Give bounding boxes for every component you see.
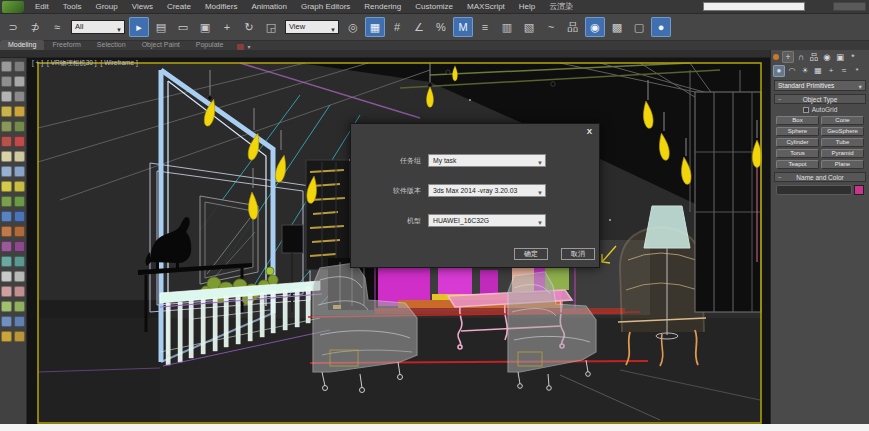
left-tool-icon-17[interactable] (14, 181, 25, 192)
select-by-name-icon[interactable]: ▤ (151, 17, 171, 37)
ok-button[interactable]: 确定 (514, 248, 548, 260)
mirror-icon[interactable]: M (453, 17, 473, 37)
left-tool-icon-20[interactable] (1, 211, 12, 222)
unlink-selection-icon[interactable]: ⊅ (25, 17, 45, 37)
ribbon-tab-object-paint[interactable]: Object Paint (134, 40, 188, 50)
modify-tab[interactable]: ∩ (795, 51, 807, 63)
systems-category-icon[interactable]: * (851, 65, 863, 77)
menu-item-create[interactable]: Create (160, 0, 198, 14)
primitives-dropdown[interactable]: Standard Primitives ▼ (774, 80, 866, 91)
left-tool-icon-4[interactable] (1, 91, 12, 102)
cone-button[interactable]: Cone (821, 116, 864, 125)
select-object-icon[interactable]: ▸ (129, 17, 149, 37)
menu-item-help[interactable]: Help (512, 0, 542, 14)
autogrid-checkbox[interactable] (803, 107, 809, 113)
left-tool-icon-37[interactable] (14, 331, 25, 342)
cancel-button[interactable]: 取消 (561, 248, 595, 260)
left-tool-icon-28[interactable] (1, 271, 12, 282)
ribbon-tab-selection[interactable]: Selection (89, 40, 134, 50)
torus-button[interactable]: Torus (776, 149, 819, 158)
left-tool-icon-22[interactable] (1, 226, 12, 237)
ribbon-config-icon[interactable] (237, 44, 244, 50)
left-tool-icon-9[interactable] (14, 121, 25, 132)
plane-button[interactable]: Plane (821, 160, 864, 169)
left-tool-icon-33[interactable] (14, 301, 25, 312)
select-and-move-icon[interactable]: + (217, 17, 237, 37)
left-tool-icon-18[interactable] (1, 196, 12, 207)
menu-item-animation[interactable]: Animation (244, 0, 294, 14)
shapes-category-icon[interactable]: ◠ (786, 65, 798, 77)
render-setup-icon[interactable]: ▩ (607, 17, 627, 37)
layer-manager-icon[interactable]: ▥ (497, 17, 517, 37)
box-button[interactable]: Box (776, 116, 819, 125)
dialog-row-2-dropdown[interactable]: HUAWEI_16C32G▼ (428, 214, 546, 227)
percent-snap-icon[interactable]: % (431, 17, 451, 37)
pyramid-button[interactable]: Pyramid (821, 149, 864, 158)
sphere-button[interactable]: Sphere (776, 127, 819, 136)
curve-editor-icon[interactable]: ~ (541, 17, 561, 37)
snap-toggle-icon[interactable]: # (387, 17, 407, 37)
tube-button[interactable]: Tube (821, 138, 864, 147)
left-tool-icon-0[interactable] (1, 61, 12, 72)
ribbon-tab-freeform[interactable]: Freeform (44, 40, 88, 50)
window-crossing-icon[interactable]: ▣ (195, 17, 215, 37)
left-tool-icon-30[interactable] (1, 286, 12, 297)
left-tool-icon-34[interactable] (1, 316, 12, 327)
left-tool-icon-8[interactable] (1, 121, 12, 132)
left-tool-icon-31[interactable] (14, 286, 25, 297)
left-tool-icon-21[interactable] (14, 211, 25, 222)
viewport-shading-menu[interactable]: [ Wireframe ] (101, 59, 138, 68)
object-color-swatch[interactable] (854, 185, 864, 195)
left-tool-icon-24[interactable] (1, 241, 12, 252)
motion-tab[interactable]: ◉ (821, 51, 833, 63)
left-tool-icon-32[interactable] (1, 301, 12, 312)
left-tool-icon-1[interactable] (14, 61, 25, 72)
close-icon[interactable]: X (587, 127, 592, 137)
left-tool-icon-27[interactable] (14, 256, 25, 267)
infocenter-signin[interactable] (833, 2, 866, 11)
select-and-link-icon[interactable]: ⊃ (3, 17, 23, 37)
graphite-ribbon-icon[interactable]: ▧ (519, 17, 539, 37)
left-tool-icon-25[interactable] (14, 241, 25, 252)
geosphere-button[interactable]: GeoSphere (821, 127, 864, 136)
teapot-button[interactable]: Teapot (776, 160, 819, 169)
dialog-row-0-dropdown[interactable]: My task▼ (428, 154, 546, 167)
menu-item-graph-editors[interactable]: Graph Editors (294, 0, 357, 14)
menu-item-tools[interactable]: Tools (56, 0, 89, 14)
left-tool-icon-14[interactable] (1, 166, 12, 177)
menu-item-云渲染[interactable]: 云渲染 (542, 0, 580, 14)
left-tool-icon-35[interactable] (14, 316, 25, 327)
menu-item-customize[interactable]: Customize (408, 0, 460, 14)
menu-item-maxscript[interactable]: MAXScript (460, 0, 512, 14)
name-color-rollout-header[interactable]: − Name and Color (774, 172, 866, 182)
left-tool-icon-5[interactable] (14, 91, 25, 102)
helpers-category-icon[interactable]: + (825, 65, 837, 77)
menu-item-rendering[interactable]: Rendering (357, 0, 408, 14)
left-tool-icon-13[interactable] (14, 151, 25, 162)
object-name-input[interactable] (776, 185, 852, 195)
ribbon-tab-modeling[interactable]: Modeling (0, 40, 44, 50)
left-tool-icon-11[interactable] (14, 136, 25, 147)
material-editor-icon[interactable]: ◉ (585, 17, 605, 37)
create-tab[interactable]: + (782, 51, 794, 63)
select-and-scale-icon[interactable]: ◲ (261, 17, 281, 37)
bind-to-space-warp-icon[interactable]: ≈ (47, 17, 67, 37)
left-tool-icon-26[interactable] (1, 256, 12, 267)
viewport-nav-menu[interactable]: [ + ] (32, 59, 43, 68)
left-tool-icon-23[interactable] (14, 226, 25, 237)
viewport-camera-menu[interactable]: [ VR物理相机30 ] (47, 59, 96, 68)
selection-filter-combo[interactable]: All▼ (71, 20, 125, 34)
left-tool-icon-12[interactable] (1, 151, 12, 162)
left-tool-icon-19[interactable] (14, 196, 25, 207)
menu-item-views[interactable]: Views (125, 0, 160, 14)
hierarchy-tab[interactable]: 品 (808, 51, 820, 63)
left-tool-icon-15[interactable] (14, 166, 25, 177)
left-tool-icon-16[interactable] (1, 181, 12, 192)
left-tool-icon-6[interactable] (1, 106, 12, 117)
left-tool-icon-29[interactable] (14, 271, 25, 282)
geometry-category-icon[interactable]: ● (773, 65, 785, 77)
utilities-tab[interactable]: * (847, 51, 859, 63)
left-tool-icon-36[interactable] (1, 331, 12, 342)
display-tab[interactable]: ▣ (834, 51, 846, 63)
max-logo-icon[interactable] (2, 1, 24, 13)
